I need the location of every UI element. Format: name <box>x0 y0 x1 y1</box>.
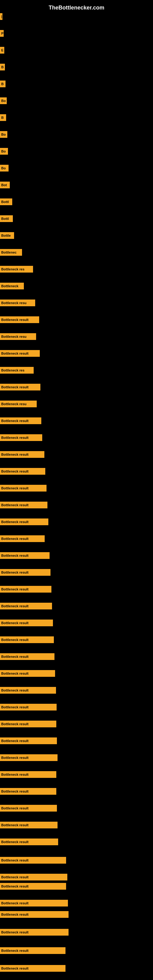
bar-label: B <box>1 82 4 86</box>
bar-label: Bo <box>1 150 6 153</box>
bar-label: P <box>1 32 3 35</box>
bottleneck-bar: Bottleneck result <box>0 417 41 424</box>
bar-label: Bottleneck result <box>1 469 29 473</box>
bar-label: Bottl <box>1 217 9 221</box>
bottleneck-bar: Bottleneck resu <box>0 299 35 306</box>
bar-row: Bo <box>0 164 153 172</box>
bar-label: Bottle <box>1 234 11 237</box>
bar-row: Bottleneck result <box>0 535 153 543</box>
bar-label: Bottleneck result <box>1 722 29 726</box>
bottleneck-bar: Bottleneck result <box>0 704 57 711</box>
bar-row: Bottleneck resu <box>0 332 153 341</box>
bar-label: Bottleneck result <box>1 789 29 793</box>
bar-row: B <box>0 80 153 88</box>
bar-label: Bottleneck result <box>1 823 29 827</box>
bar-label: Bottleneck result <box>1 453 29 456</box>
bar-row: Bottleneck result <box>0 703 153 711</box>
bar-row: Bottleneck result <box>0 517 153 526</box>
bar-label: Bottleneck <box>1 284 18 288</box>
bar-row: P <box>0 29 153 38</box>
bottleneck-bar: Bottleneck result <box>0 603 52 609</box>
bar-row: Bottleneck result <box>0 720 153 728</box>
bar-row: Bottleneck result <box>0 433 153 442</box>
bar-row: Bottleneck result <box>0 383 153 391</box>
bottleneck-bar: Bottleneck result <box>0 468 45 475</box>
bar-label: Bottleneck result <box>1 604 29 608</box>
bar-label: Bottleneck result <box>1 638 29 641</box>
bar-row: Bottleneck result <box>0 856 153 865</box>
bar-row: Bottleneck result <box>0 417 153 425</box>
bottleneck-bar: Bottleneck result <box>0 636 54 643</box>
bottleneck-bar: Bottleneck result <box>0 586 51 593</box>
bar-label: Bottleneck resu <box>1 301 27 305</box>
bar-label: Bottleneck resu <box>1 335 27 339</box>
bottleneck-bar: Bottleneck <box>0 283 24 290</box>
bar-row: Bottleneck result <box>0 928 153 937</box>
bottleneck-bar: Bo <box>0 165 9 172</box>
bottleneck-bar: Bottle <box>0 232 14 239</box>
bottleneck-bar: Bottleneck result <box>0 911 69 918</box>
bar-label: Bottleneck result <box>1 858 29 862</box>
bar-row: Bottleneck result <box>0 450 153 459</box>
bottleneck-bar: Bottleneck result <box>0 900 68 907</box>
bottleneck-bar: Bottleneck result <box>0 947 65 954</box>
bar-row: Bottleneck result <box>0 821 153 829</box>
bottleneck-bar: Bottleneck result <box>0 965 65 972</box>
bar-label: B <box>1 116 4 119</box>
bar-row: Bottleneck result <box>0 882 153 891</box>
bar-label: Bottleneck result <box>1 931 29 934</box>
bar-row: Bottleneck result <box>0 787 153 795</box>
bottleneck-bar: B <box>0 64 5 70</box>
bottleneck-bar: Bottleneck result <box>0 384 40 390</box>
bottleneck-bar: Bottleneck resu <box>0 401 37 407</box>
bar-row: Bottleneck result <box>0 602 153 610</box>
bar-row: Bottl <box>0 197 153 206</box>
bottleneck-bar: Bo <box>0 131 7 138</box>
bar-label: Bottleneck result <box>1 554 29 557</box>
bar-label: Bottleneck result <box>1 537 29 541</box>
bottleneck-bar: Bottlenec <box>0 249 22 256</box>
bar-row: B <box>0 63 153 72</box>
bar-row: Bottleneck result <box>0 686 153 695</box>
bar-row: Bottleneck resu <box>0 400 153 408</box>
bottleneck-bar: Bottleneck result <box>0 929 69 935</box>
bar-row: Bot <box>0 181 153 189</box>
bar-row: Bottleneck result <box>0 635 153 644</box>
bottleneck-bar: Bo <box>0 148 8 155</box>
bar-label: Bottleneck result <box>1 671 29 675</box>
bar-row: Bottleneck result <box>0 652 153 661</box>
bar-label: Bottleneck result <box>1 503 29 507</box>
bar-label: Bottleneck res <box>1 267 24 271</box>
bar-label: Bottleneck result <box>1 901 29 905</box>
bar-label: Bo <box>1 99 6 103</box>
bar-row: B <box>0 113 153 122</box>
bottleneck-bar: Bottleneck result <box>0 519 48 525</box>
bar-row: Bottleneck result <box>0 753 153 762</box>
bottleneck-bar: Bottleneck resu <box>0 333 36 340</box>
bar-row: Bottleneck res <box>0 366 153 375</box>
bottleneck-bar: B <box>0 81 5 87</box>
bar-label: Bottleneck result <box>1 352 29 355</box>
bar-row: Bottleneck result <box>0 619 153 627</box>
bottleneck-bar: Bottleneck result <box>0 822 57 829</box>
bar-label: Bottleneck result <box>1 739 29 743</box>
bottleneck-bar: Bottleneck result <box>0 788 56 795</box>
bottleneck-bar: Bottl <box>0 199 12 205</box>
bar-row: Bottleneck result <box>0 804 153 813</box>
bar-label: Bottleneck result <box>1 385 29 389</box>
bar-row: Bottleneck <box>0 282 153 290</box>
bottleneck-bar: Bot <box>0 181 10 188</box>
bottleneck-bar: Bottleneck result <box>0 874 67 880</box>
bar-row: Bottleneck result <box>0 551 153 560</box>
bar-row: Bo <box>0 130 153 139</box>
bar-row: Bottleneck result <box>0 669 153 678</box>
bar-label: Bo <box>1 166 6 170</box>
bottleneck-bar: Bottleneck result <box>0 721 56 727</box>
bottleneck-bar: Bottleneck result <box>0 838 58 845</box>
bar-row: Bo <box>0 147 153 156</box>
bar-row: Bottle <box>0 231 153 240</box>
bottleneck-bar: | <box>0 13 2 20</box>
bottleneck-bar: Bottl <box>0 215 13 222</box>
bar-label: Bottleneck result <box>1 773 29 776</box>
bottleneck-bar: Bottleneck result <box>0 883 66 890</box>
